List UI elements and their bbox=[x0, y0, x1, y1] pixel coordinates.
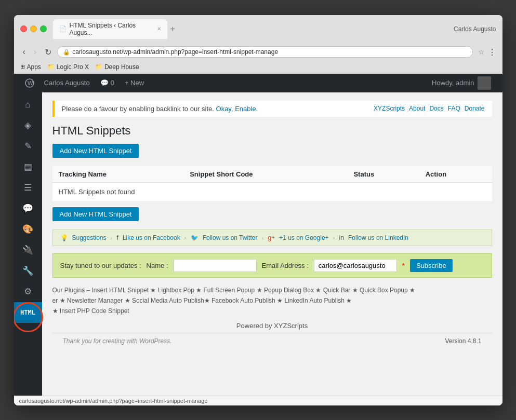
linkedin-link[interactable]: Follow us on LinkedIn bbox=[348, 234, 408, 241]
sidebar-item-pages[interactable]: ☰ bbox=[14, 178, 42, 198]
sidebar-item-plugins[interactable]: 🔌 bbox=[14, 240, 42, 261]
sidebar-item-customize[interactable]: ◈ bbox=[14, 115, 42, 136]
google-icon: g+ bbox=[268, 234, 275, 241]
nav-docs[interactable]: Docs bbox=[429, 105, 443, 112]
admin-howdy[interactable]: Howdy, admin bbox=[427, 74, 496, 92]
sidebar-item-settings[interactable]: ⚙ bbox=[14, 281, 42, 302]
footer-version: Version 4.8.1 bbox=[445, 337, 481, 345]
folder-icon-2: 📁 bbox=[95, 63, 102, 70]
sidebar-item-dashboard[interactable]: ⌂ bbox=[14, 94, 42, 115]
close-button[interactable] bbox=[20, 25, 27, 32]
sidebar-item-comments[interactable]: 💬 bbox=[14, 198, 42, 219]
col-shortcode: Snippet Short Code bbox=[183, 166, 347, 183]
new-label: + New bbox=[125, 79, 144, 87]
google-link[interactable]: +1 us on Google+ bbox=[279, 234, 328, 241]
sidebar-item-tools[interactable]: 🔧 bbox=[14, 261, 42, 281]
sidebar: ⌂ ◈ ✎ ▤ ☰ 💬 🎨 🔌 🔧 ⚙ HTML XYZ Html bbox=[14, 92, 42, 396]
add-snippet-button-bottom[interactable]: Add New HTML Snippet bbox=[52, 207, 139, 221]
apps-grid-icon: ⊞ bbox=[20, 63, 25, 70]
lock-icon: 🔒 bbox=[63, 49, 70, 56]
status-bar: carlosaugusto.net/wp-admin/admin.php?pag… bbox=[14, 396, 502, 405]
plugin-notice: Please do a favour by enabling backlink … bbox=[52, 101, 492, 117]
tab-favicon: 📄 bbox=[59, 25, 67, 32]
required-marker: * bbox=[402, 262, 405, 269]
twitter-link[interactable]: Follow us on Twitter bbox=[203, 234, 258, 241]
subscribe-button[interactable]: Subscribe bbox=[410, 259, 453, 272]
add-snippet-button-top[interactable]: Add New HTML Snippet bbox=[52, 144, 139, 158]
nav-donate[interactable]: Donate bbox=[465, 105, 485, 112]
browser-user: Carlos Augusto bbox=[454, 25, 496, 33]
facebook-icon: f bbox=[117, 234, 118, 241]
sidebar-item-posts[interactable]: ✎ bbox=[14, 136, 42, 157]
wp-logo[interactable]: W bbox=[20, 74, 39, 92]
empty-message: HTML Snippets not found bbox=[52, 182, 492, 201]
page-title: HTML Snippets bbox=[52, 124, 492, 138]
minimize-button[interactable] bbox=[30, 25, 37, 32]
plugins-footer: Our Plugins – Insert HTML Snippet ★ Ligh… bbox=[52, 285, 492, 317]
subscribe-label: Stay tuned to our updates : bbox=[60, 262, 141, 269]
col-status: Status bbox=[347, 166, 419, 183]
bookmark-deep-label: Deep House bbox=[104, 63, 139, 71]
nav-xyzscripts[interactable]: XYZScripts bbox=[374, 105, 405, 112]
nav-about[interactable]: About bbox=[409, 105, 425, 112]
bookmark-deep-house[interactable]: 📁 Deep House bbox=[95, 63, 139, 71]
bookmark-apps-label: Apps bbox=[27, 63, 41, 71]
sidebar-item-media[interactable]: ▤ bbox=[14, 157, 42, 178]
email-label: Email Address : bbox=[262, 262, 309, 269]
back-button[interactable]: ‹ bbox=[20, 46, 28, 58]
menu-icon[interactable]: ⋮ bbox=[488, 47, 496, 57]
bookmark-star-icon[interactable]: ☆ bbox=[478, 48, 485, 56]
svg-text:W: W bbox=[28, 80, 33, 86]
forward-button[interactable]: › bbox=[31, 46, 39, 58]
notice-text: Please do a favour by enabling backlink … bbox=[62, 105, 258, 113]
reload-button[interactable]: ↻ bbox=[42, 46, 54, 58]
twitter-icon: 🐦 bbox=[191, 234, 199, 241]
new-tab-button[interactable]: + bbox=[170, 24, 175, 34]
howdy-text: Howdy, admin bbox=[432, 79, 474, 87]
admin-bar-right: Howdy, admin bbox=[427, 74, 496, 92]
tab-bar: 📄 HTML Snippets ‹ Carlos Augus... ✕ + bbox=[53, 19, 454, 39]
col-tracking-name: Tracking Name bbox=[52, 166, 184, 183]
bookmarks-bar: ⊞ Apps 📁 Logic Pro X 📁 Deep House bbox=[20, 61, 496, 74]
comments-count: 0 bbox=[111, 79, 114, 87]
plugin-nav: XYZScripts About Docs FAQ Donate bbox=[374, 105, 484, 112]
address-bar[interactable]: 🔒 carlosaugusto.net/wp-admin/admin.php?p… bbox=[57, 46, 472, 58]
facebook-link[interactable]: Like us on Facebook bbox=[123, 234, 180, 241]
email-input[interactable] bbox=[314, 259, 397, 272]
site-name: Carlos Augusto bbox=[44, 79, 90, 87]
bookmark-logic-pro[interactable]: 📁 Logic Pro X bbox=[47, 63, 89, 71]
status-url: carlosaugusto.net/wp-admin/admin.php?pag… bbox=[19, 398, 208, 404]
name-input[interactable] bbox=[174, 259, 257, 272]
admin-bar-comments[interactable]: 💬 0 bbox=[95, 74, 120, 92]
tab-close-icon[interactable]: ✕ bbox=[157, 26, 161, 32]
admin-bar: W Carlos Augusto 💬 0 + New Howdy, admin bbox=[14, 74, 502, 92]
suggestions-link[interactable]: Suggestions bbox=[72, 234, 107, 241]
bookmark-logic-label: Logic Pro X bbox=[57, 63, 89, 71]
col-action: Action bbox=[419, 166, 492, 183]
comment-icon: 💬 bbox=[100, 79, 109, 87]
nav-faq[interactable]: FAQ bbox=[448, 105, 460, 112]
wp-footer: Thank you for creating with WordPress. V… bbox=[52, 333, 492, 349]
browser-nav: ‹ › ↻ 🔒 carlosaugusto.net/wp-admin/admin… bbox=[20, 43, 496, 61]
folder-icon: 📁 bbox=[47, 63, 55, 70]
admin-bar-new[interactable]: + New bbox=[120, 74, 149, 92]
active-tab[interactable]: 📄 HTML Snippets ‹ Carlos Augus... ✕ bbox=[53, 19, 167, 39]
table-row-empty: HTML Snippets not found bbox=[52, 182, 492, 201]
social-bar: 💡 Suggestions - f Like us on Facebook - … bbox=[52, 229, 492, 246]
url-text: carlosaugusto.net/wp-admin/admin.php?pag… bbox=[72, 48, 278, 56]
okay-enable-link[interactable]: Okay, Enable. bbox=[216, 105, 258, 113]
sidebar-item-appearance[interactable]: 🎨 bbox=[14, 219, 42, 240]
maximize-button[interactable] bbox=[40, 25, 47, 32]
powered-by: Powered by XYZScripts bbox=[52, 322, 492, 330]
bookmark-apps[interactable]: ⊞ Apps bbox=[20, 63, 41, 71]
snippet-table: Tracking Name Snippet Short Code Status … bbox=[52, 166, 492, 201]
admin-avatar bbox=[478, 76, 491, 90]
linkedin-icon: in bbox=[339, 234, 344, 241]
traffic-lights bbox=[20, 25, 47, 32]
footer-thank-you: Thank you for creating with WordPress. bbox=[63, 337, 172, 345]
subscribe-bar: Stay tuned to our updates : Name : Email… bbox=[52, 253, 492, 278]
name-label: Name : bbox=[147, 262, 168, 269]
sidebar-item-html[interactable]: HTML bbox=[14, 302, 42, 323]
tab-title: HTML Snippets ‹ Carlos Augus... bbox=[70, 22, 151, 36]
admin-bar-site[interactable]: Carlos Augusto bbox=[39, 74, 95, 92]
